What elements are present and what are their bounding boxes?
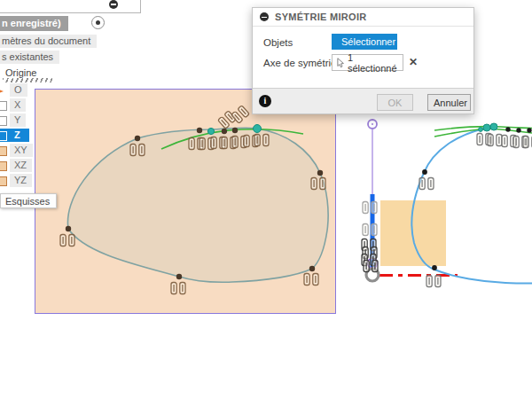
dialog-grip-icon[interactable] xyxy=(260,12,269,21)
plane-icon xyxy=(0,176,7,185)
axis-label: Z xyxy=(10,129,26,142)
axis-label: Axe de symétrie xyxy=(263,58,336,68)
sketch-plane-region[interactable] xyxy=(35,89,336,314)
axis-selection-count: 1 sélectionné xyxy=(348,52,398,74)
app-window: n enregistré) mètres du document s exist… xyxy=(0,0,532,399)
mirror-curve-green-upper[interactable] xyxy=(434,127,532,130)
browser-item-origin-point[interactable]: O xyxy=(0,83,27,97)
clear-selection-icon[interactable]: ✕ xyxy=(407,56,419,68)
mirror-curve-green-lower[interactable] xyxy=(434,129,532,137)
axis-selection-value[interactable]: 1 sélectionné xyxy=(332,54,403,71)
browser-item-plane-yz[interactable]: YZ xyxy=(0,174,32,187)
browser-item-named-views[interactable]: s existantes xyxy=(0,51,59,64)
document-title: n enregistré) xyxy=(0,16,68,31)
dialog-footer: i OK Annuler xyxy=(253,88,473,113)
constraint-icon[interactable] xyxy=(523,137,532,148)
origin-point-marker[interactable] xyxy=(366,269,379,281)
constraint-icon[interactable] xyxy=(419,178,434,190)
axis-icon xyxy=(0,116,7,125)
constraint-icon[interactable] xyxy=(363,202,377,214)
mirror-curve-blue[interactable] xyxy=(411,129,532,284)
browser-item-origin[interactable]: Origine xyxy=(5,67,36,78)
mirror-profile-region[interactable] xyxy=(380,200,446,266)
dialog-title: SYMÉTRIE MIROIR xyxy=(275,12,367,22)
constraint-icon[interactable] xyxy=(513,137,528,148)
info-icon[interactable]: i xyxy=(259,95,271,107)
axis-icon xyxy=(0,101,7,110)
axis-label: Y xyxy=(10,113,26,127)
activate-radio-icon[interactable] xyxy=(91,16,105,29)
browser-item-plane-xy[interactable]: XY xyxy=(0,144,33,157)
axis-icon xyxy=(0,131,7,140)
item-label: mètres du document xyxy=(0,35,97,48)
ok-button[interactable]: OK xyxy=(377,94,413,111)
sketch-point-teal[interactable] xyxy=(483,124,490,131)
axis-label: XY xyxy=(10,144,33,157)
sketches-label: Esquisses xyxy=(5,196,50,207)
browser-item-sketches[interactable]: Esquisses xyxy=(0,193,57,208)
axis-endpoint-dot xyxy=(372,123,373,125)
constraint-icon[interactable] xyxy=(363,247,377,259)
browser-item-document-settings[interactable]: mètres du document xyxy=(0,35,97,48)
browser-item-axis-x[interactable]: X xyxy=(0,98,26,112)
plane-icon xyxy=(0,146,7,155)
constraint-icon[interactable] xyxy=(488,135,502,146)
sketch-point[interactable] xyxy=(527,128,531,132)
origin-hatch-marks xyxy=(3,78,52,82)
constraint-icon[interactable] xyxy=(502,136,516,147)
sketch-point-teal[interactable] xyxy=(490,123,497,130)
sketch-point[interactable] xyxy=(422,169,427,175)
collapse-icon[interactable] xyxy=(109,0,118,9)
constraint-icon[interactable] xyxy=(363,224,377,236)
origin-point-icon xyxy=(0,86,7,95)
browser-item-axis-z-selected[interactable]: Z xyxy=(0,129,29,142)
mirror-dialog: SYMÉTRIE MIROIR Objets Sélectionner Axe … xyxy=(252,7,474,114)
browser-item-axis-y[interactable]: Y xyxy=(0,113,26,127)
top-panel-fragment xyxy=(0,0,141,13)
axis-label: O xyxy=(10,83,27,97)
sketch-point-teal[interactable] xyxy=(479,128,483,132)
constraint-icon[interactable] xyxy=(477,134,491,145)
axis-label: XZ xyxy=(10,159,32,172)
plane-icon xyxy=(0,161,7,170)
dialog-titlebar[interactable]: SYMÉTRIE MIROIR xyxy=(253,8,473,27)
constraint-icon[interactable] xyxy=(426,276,441,287)
select-objects-button[interactable]: Sélectionner xyxy=(332,34,397,50)
axis-label: YZ xyxy=(10,174,32,187)
axis-endpoint-circle[interactable] xyxy=(368,120,377,129)
axis-label: X xyxy=(10,98,26,112)
item-label: s existantes xyxy=(0,51,59,64)
sketch-point[interactable] xyxy=(516,128,520,132)
browser-root-item[interactable]: n enregistré) xyxy=(0,16,68,31)
constraint-icon[interactable] xyxy=(362,239,376,251)
select-button-label: Sélectionner xyxy=(341,36,395,47)
axis-lower-circle[interactable] xyxy=(368,259,378,269)
cursor-icon xyxy=(337,58,344,68)
sketch-point[interactable] xyxy=(432,265,437,270)
sketch-point[interactable] xyxy=(505,127,510,131)
cancel-button[interactable]: Annuler xyxy=(427,94,471,111)
constraint-icon[interactable] xyxy=(364,261,378,272)
browser-item-plane-xz[interactable]: XZ xyxy=(0,159,32,172)
objects-label: Objets xyxy=(263,37,293,48)
constraint-icon[interactable] xyxy=(362,254,376,266)
